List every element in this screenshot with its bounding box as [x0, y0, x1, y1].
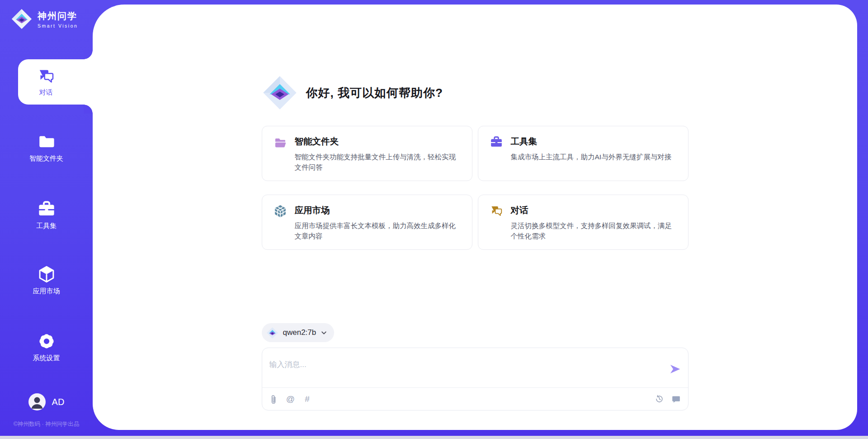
sidebar-item-smart-folder[interactable]: 智能文件夹 — [0, 132, 93, 163]
assistant-logo-icon — [262, 75, 298, 111]
topic-button[interactable]: # — [302, 394, 312, 404]
sidebar-item-app-market[interactable]: 应用市场 — [0, 265, 93, 296]
card-title: 对话 — [511, 195, 678, 216]
avatar — [28, 393, 46, 410]
history-button[interactable] — [655, 394, 665, 404]
copyright-text: ©神州数码 · 神州问学出品 — [0, 420, 93, 428]
card-description: 智能文件夹功能支持批量文件上传与清洗，轻松实现文件问答 — [295, 152, 462, 172]
card-app-market[interactable]: 应用市场 应用市场提供丰富长文本模板，助力高效生成多样化文章内容 — [262, 195, 472, 250]
chat-bubble-icon — [671, 394, 681, 404]
model-name: qwen2:7b — [283, 328, 316, 337]
send-icon — [669, 363, 681, 375]
folder-icon — [37, 132, 56, 151]
message-composer: @ # — [262, 348, 689, 410]
sidebar-item-label: 系统设置 — [33, 354, 60, 363]
card-title: 工具集 — [511, 126, 672, 148]
sidebar-item-label: 智能文件夹 — [29, 154, 63, 163]
sidebar-item-label: 应用市场 — [33, 287, 60, 296]
sidebar-item-settings[interactable]: 系统设置 — [0, 332, 93, 363]
briefcase-icon — [490, 135, 503, 149]
gear-icon — [37, 332, 56, 351]
user-name: AD — [52, 397, 65, 407]
brand-diamond-icon — [11, 8, 33, 30]
brand-subtitle: Smart Vision — [38, 23, 78, 29]
card-smart-folder[interactable]: 智能文件夹 智能文件夹功能支持批量文件上传与清洗，轻松实现文件问答 — [262, 126, 472, 181]
tab-fillet-top — [84, 50, 93, 59]
brand-name: 神州问学 — [38, 10, 78, 22]
cube-grid-icon — [274, 204, 287, 218]
chat-bubbles-icon — [490, 204, 503, 218]
model-logo-icon — [266, 327, 278, 339]
greeting-block: 你好, 我可以如何帮助你? — [262, 75, 443, 111]
message-input[interactable] — [269, 358, 658, 372]
greeting-heading: 你好, 我可以如何帮助你? — [306, 85, 443, 101]
conversation-button[interactable] — [671, 394, 681, 404]
sidebar-item-chat[interactable]: 对话 — [18, 59, 93, 105]
card-description: 灵活切换多模型文件，支持多样回复效果调试，满足个性化需求 — [511, 220, 678, 241]
feature-cards: 智能文件夹 智能文件夹功能支持批量文件上传与清洗，轻松实现文件问答 工具集 集成… — [262, 126, 689, 250]
sidebar-item-label: 对话 — [39, 88, 53, 97]
paperclip-icon — [269, 394, 278, 404]
model-selector[interactable]: qwen2:7b — [262, 323, 335, 342]
card-toolset[interactable]: 工具集 集成市场上主流工具，助力AI与外界无缝扩展与对接 — [478, 126, 689, 181]
history-clock-icon — [655, 394, 664, 404]
card-description: 集成市场上主流工具，助力AI与外界无缝扩展与对接 — [511, 152, 672, 162]
briefcase-icon — [37, 200, 56, 219]
mention-button[interactable]: @ — [286, 394, 296, 404]
chat-bubbles-icon — [37, 67, 55, 85]
card-description: 应用市场提供丰富长文本模板，助力高效生成多样化文章内容 — [295, 220, 462, 241]
open-folder-icon — [274, 135, 287, 149]
card-title: 智能文件夹 — [295, 126, 462, 148]
sidebar-item-toolset[interactable]: 工具集 — [0, 200, 93, 230]
cube-icon — [37, 265, 56, 284]
main-panel: 你好, 我可以如何帮助你? 智能文件夹 智能文件夹功能支持批量文件上传与清洗，轻… — [93, 5, 857, 430]
sidebar-item-label: 工具集 — [36, 222, 57, 230]
window-edge-strip — [0, 436, 868, 439]
user-account[interactable]: AD — [0, 393, 93, 410]
card-title: 应用市场 — [295, 195, 462, 216]
sidebar: 神州问学 Smart Vision 对话 智能文件夹 工具集 — [0, 0, 93, 439]
person-icon — [28, 393, 46, 410]
card-chat[interactable]: 对话 灵活切换多模型文件，支持多样回复效果调试，满足个性化需求 — [478, 195, 689, 250]
brand-logo: 神州问学 Smart Vision — [11, 8, 78, 30]
send-button[interactable] — [669, 363, 681, 375]
attach-file-button[interactable] — [269, 394, 279, 404]
chevron-down-icon — [321, 329, 327, 336]
tab-fillet-bottom — [84, 105, 93, 114]
